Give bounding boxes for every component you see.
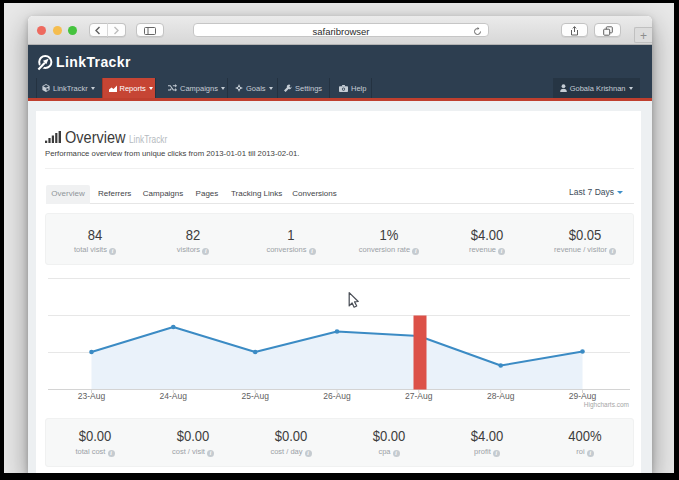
svg-text:27-Aug: 27-Aug	[405, 391, 433, 401]
svg-text:29-Aug: 29-Aug	[569, 391, 597, 401]
svg-text:28-Aug: 28-Aug	[487, 391, 515, 401]
svg-text:23-Aug: 23-Aug	[78, 391, 106, 401]
svg-text:26-Aug: 26-Aug	[323, 391, 351, 401]
svg-text:25-Aug: 25-Aug	[241, 391, 269, 401]
svg-text:24-Aug: 24-Aug	[160, 391, 188, 401]
